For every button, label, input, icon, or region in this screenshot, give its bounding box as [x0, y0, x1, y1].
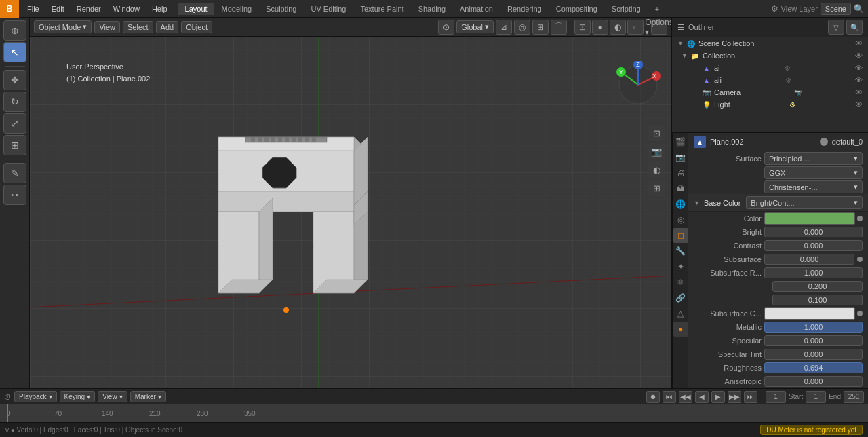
tab-uv-editing[interactable]: UV Editing [304, 3, 353, 15]
view-dropdown[interactable]: View▾ [98, 391, 127, 402]
outliner-item-ai2[interactable]: ▲ aii ⚙ 👁 [672, 74, 868, 86]
subsurface-c-swatch[interactable] [764, 307, 855, 320]
collections-btn[interactable]: ⊞ [648, 180, 665, 196]
select-menu[interactable]: Select [123, 21, 153, 33]
menu-file[interactable]: File [22, 3, 45, 14]
next-frame-btn[interactable]: ▶▶ [728, 391, 741, 403]
render-btn[interactable]: ○ [627, 20, 644, 35]
end-frame[interactable]: 250 [844, 391, 864, 403]
subsurface-r-value[interactable]: 1.000 [764, 267, 863, 278]
base-color-section[interactable]: ▼ Base Color Bright/Cont... ▾ [688, 194, 868, 212]
playback-dropdown[interactable]: Playback▾ [14, 391, 57, 402]
tab-shading[interactable]: Shading [412, 3, 452, 15]
prop-icon-scene2[interactable]: 🌐 [673, 197, 688, 212]
move-tool-btn[interactable]: ✥ [3, 70, 26, 90]
camera-eye[interactable]: 👁 [855, 88, 863, 96]
menu-help[interactable]: Help [146, 3, 173, 14]
specular-value[interactable]: 0.000 [764, 335, 863, 346]
christensen-dropdown[interactable]: Christensen-... ▾ [764, 180, 863, 193]
tab-animation[interactable]: Animation [453, 3, 500, 15]
contrast-value[interactable]: 0.000 [764, 240, 863, 251]
subsurface-dot[interactable] [857, 256, 863, 262]
menu-window[interactable]: Window [108, 3, 145, 14]
tab-add[interactable]: + [648, 3, 666, 15]
solid-btn[interactable]: ● [592, 20, 608, 35]
subsurface-r3-value[interactable]: 0.100 [772, 294, 863, 305]
marker-dropdown[interactable]: Marker▾ [130, 391, 166, 402]
jump-start-btn[interactable]: ⏮ [663, 391, 676, 403]
shader-dropdown[interactable]: Principled ... ▾ [764, 152, 863, 165]
transform-pivot-btn[interactable]: ⊿ [496, 20, 512, 35]
outliner-search-btn[interactable]: 🔍 [846, 20, 863, 35]
view-menu[interactable]: View [94, 21, 120, 33]
color-dot[interactable] [857, 216, 863, 221]
outliner-item-camera[interactable]: 📷 Camera 📷 👁 [672, 86, 868, 98]
light-eye[interactable]: 👁 [855, 100, 863, 109]
timeline-body[interactable]: 0 70 140 210 280 350 [0, 404, 868, 422]
object-mode-dropdown[interactable]: Object Mode ▾ [34, 20, 92, 33]
proportional-btn[interactable]: ◎ [514, 20, 530, 35]
scene-collection-eye[interactable]: 👁 [855, 39, 863, 48]
add-menu[interactable]: Add [156, 21, 179, 33]
cursor-tool-btn[interactable]: ⊕ [3, 20, 26, 41]
outliner-filter-btn[interactable]: ▽ [828, 20, 844, 35]
zoom-to-fit-btn[interactable]: ⊡ [648, 125, 665, 141]
search-icon[interactable]: 🔍 [854, 4, 864, 14]
outliner-item-ai1[interactable]: ▲ ai ⚙ 👁 [672, 62, 868, 74]
annotate-tool-btn[interactable]: ✎ [3, 163, 26, 183]
scene-selector[interactable]: Scene [821, 3, 851, 15]
camera-btn[interactable]: 📷 [648, 143, 665, 159]
object-menu[interactable]: Object [181, 21, 212, 33]
tab-layout[interactable]: Layout [178, 3, 214, 15]
prop-icon-physics[interactable]: ⚛ [673, 275, 688, 290]
prop-icon-modifier[interactable]: 🔧 [673, 244, 688, 259]
transform-tool-btn[interactable]: ⊞ [3, 135, 26, 155]
current-frame[interactable]: 1 [766, 391, 786, 403]
jump-end-btn[interactable]: ⏭ [744, 391, 757, 403]
anisotropic-value[interactable]: 0.000 [764, 376, 863, 387]
bright-value[interactable]: 0.000 [764, 227, 863, 238]
ggx-dropdown[interactable]: GGX ▾ [764, 166, 863, 179]
ai1-eye[interactable]: 👁 [855, 64, 863, 72]
keying-dropdown[interactable]: Keying▾ [60, 391, 96, 402]
transform-space-dropdown[interactable]: Global▾ [456, 20, 494, 33]
tab-scripting[interactable]: Scripting [605, 3, 648, 15]
menu-render[interactable]: Render [71, 3, 106, 14]
color-swatch[interactable] [764, 212, 855, 225]
snap-grid-btn[interactable]: ⊞ [532, 20, 549, 35]
metallic-value[interactable]: 1.000 [764, 322, 863, 332]
prop-icon-output[interactable]: 🖨 [673, 166, 688, 180]
prop-icon-material[interactable]: ● [673, 322, 688, 337]
play-back-btn[interactable]: ◀ [695, 391, 709, 403]
outliner-item-scene-collection[interactable]: ▼ 🌐 Scene Collection 👁 [672, 37, 868, 50]
tab-modeling[interactable]: Modeling [215, 3, 259, 15]
select-tool-btn[interactable]: ↖ [3, 42, 26, 62]
specular-tint-value[interactable]: 0.000 [764, 349, 863, 360]
rotate-tool-btn[interactable]: ↻ [3, 92, 26, 112]
snap-btn[interactable]: ⊙ [438, 20, 454, 35]
menu-edit[interactable]: Edit [46, 3, 70, 14]
prop-icon-constraints[interactable]: 🔗 [673, 290, 688, 305]
prop-icon-render[interactable]: 📷 [673, 150, 688, 165]
material-btn[interactable]: ◐ [610, 20, 626, 35]
prop-icon-world[interactable]: ◎ [673, 212, 688, 227]
prev-frame-btn[interactable]: ◀◀ [679, 391, 692, 403]
roughness-value[interactable]: 0.694 [764, 362, 863, 373]
tab-compositing[interactable]: Compositing [549, 3, 604, 15]
tab-sculpting[interactable]: Sculpting [259, 3, 303, 15]
tab-rendering[interactable]: Rendering [500, 3, 549, 15]
start-frame[interactable]: 1 [806, 391, 826, 403]
subsurface-value[interactable]: 0.000 [764, 254, 854, 265]
falloff-btn[interactable]: ⌒ [551, 20, 567, 35]
play-btn[interactable]: ▶ [711, 391, 725, 403]
outliner-item-light[interactable]: 💡 Light ⚙ 👁 [672, 98, 868, 111]
prop-icon-particles[interactable]: ✦ [673, 259, 688, 274]
collection-eye[interactable]: 👁 [855, 52, 863, 60]
bright-cont-dropdown[interactable]: Bright/Cont... ▾ [746, 196, 863, 209]
subsurface-c-dot[interactable] [857, 311, 863, 316]
prop-icon-object[interactable]: ◻ [673, 228, 688, 243]
render-view-btn[interactable]: ◐ [648, 162, 665, 178]
viewport[interactable]: Object Mode ▾ View Select Add Object ⊙ G… [30, 18, 671, 388]
prop-icon-view-layer[interactable]: 🏔 [673, 181, 688, 196]
prop-icon-scene[interactable]: 🎬 [673, 134, 688, 149]
